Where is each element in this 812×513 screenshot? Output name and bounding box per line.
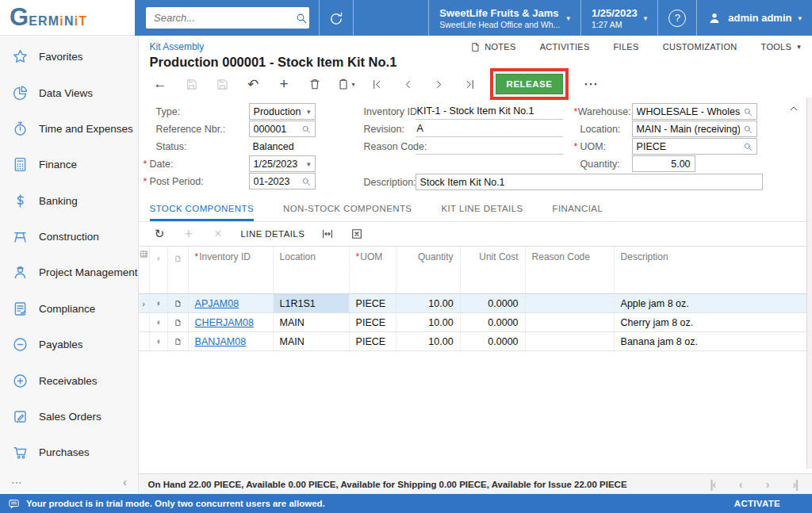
activities-button[interactable]: ACTIVITIES xyxy=(540,42,590,52)
row-attachment-button[interactable] xyxy=(150,332,168,350)
cell-quantity[interactable]: 10.00 xyxy=(396,332,461,350)
line-details-button[interactable]: LINE DETAILS xyxy=(241,229,305,239)
column-header-unit-cost[interactable]: Unit Cost xyxy=(461,247,526,293)
column-header-reason-code[interactable]: Reason Code xyxy=(526,247,615,293)
cell-reason-code[interactable] xyxy=(526,332,615,350)
user-menu[interactable]: admin admin ▾ xyxy=(697,0,812,36)
save-button[interactable] xyxy=(207,72,238,96)
cell-location[interactable]: MAIN xyxy=(274,332,350,350)
notes-button[interactable]: NOTES xyxy=(470,42,515,52)
cell-inventory-id[interactable]: APJAM08 xyxy=(189,294,274,312)
sidebar-item-banking[interactable]: Banking xyxy=(0,183,138,219)
pager-first-button[interactable]: |‹ xyxy=(710,478,715,491)
location-lookup[interactable]: MAIN - Main (receiving) locati xyxy=(632,121,757,137)
business-date-button[interactable] xyxy=(320,0,353,36)
save-and-close-button[interactable] xyxy=(176,72,207,96)
row-attachment-button[interactable] xyxy=(150,313,168,331)
column-header-uom[interactable]: *UOM xyxy=(350,247,396,293)
inventory-id-field[interactable]: KIT-1 - Stock Item Kit No.1 xyxy=(416,103,563,120)
cell-reason-code[interactable] xyxy=(526,294,615,312)
inventory-id-link[interactable]: BANJAM08 xyxy=(195,336,247,347)
uom-lookup[interactable]: PIECE xyxy=(632,138,757,155)
help-button[interactable]: ? xyxy=(658,0,696,36)
add-record-button[interactable]: + xyxy=(269,72,300,96)
type-select[interactable]: Production ▾ xyxy=(249,103,316,120)
reference-nbr-lookup[interactable]: 000001 xyxy=(249,121,316,137)
grid-add-row-button[interactable]: + xyxy=(174,224,204,244)
row-attachment-button[interactable] xyxy=(150,294,168,312)
cancel-back-button[interactable]: ← xyxy=(145,72,176,96)
previous-record-button[interactable] xyxy=(393,72,423,96)
cell-uom[interactable]: PIECE xyxy=(350,294,396,312)
row-note-button[interactable] xyxy=(168,294,189,312)
tools-button[interactable]: TOOLS ▾ xyxy=(761,42,801,52)
sidebar-more-button[interactable]: ⋯ xyxy=(11,476,22,488)
table-row[interactable]: BANJAM08 MAIN PIECE 10.00 0.0000 Banana … xyxy=(139,332,812,351)
cell-inventory-id[interactable]: CHERJAM08 xyxy=(189,313,274,331)
column-header-inventory-id[interactable]: *Inventory ID xyxy=(189,247,274,293)
column-header-description[interactable]: Description xyxy=(615,247,812,293)
quantity-field[interactable]: 5.00 xyxy=(632,155,695,172)
sidebar-item-sales-orders[interactable]: Sales Orders xyxy=(0,399,138,435)
collapse-summary-button[interactable] xyxy=(788,103,799,114)
description-field[interactable]: Stock Item Kit No.1 xyxy=(416,174,763,190)
cell-description[interactable]: Cherry jam 8 oz. xyxy=(615,313,812,331)
reason-code-field[interactable] xyxy=(416,138,563,155)
sidebar-item-payables[interactable]: Payables xyxy=(0,327,138,362)
notes-column-header[interactable] xyxy=(168,247,189,293)
cell-location[interactable]: L1R1S1 xyxy=(274,294,350,312)
row-note-button[interactable] xyxy=(168,313,189,331)
tab-financial[interactable]: FINANCIAL xyxy=(553,198,603,221)
sidebar-item-data-views[interactable]: Data Views xyxy=(0,75,138,110)
vertical-scrollbar[interactable] xyxy=(806,98,812,469)
files-button[interactable]: FILES xyxy=(614,42,639,52)
search-icon[interactable] xyxy=(295,12,308,25)
tab-kit-line-details[interactable]: KIT LINE DETAILS xyxy=(441,198,523,221)
date-selector[interactable]: 1/25/2023 1:27 AM ▾ xyxy=(581,0,657,36)
cell-unit-cost[interactable]: 0.0000 xyxy=(461,332,526,350)
sidebar-item-compliance[interactable]: Compliance xyxy=(0,291,138,327)
sidebar-item-project-management[interactable]: Project Management xyxy=(0,255,138,290)
sidebar-item-purchases[interactable]: Purchases xyxy=(0,435,138,470)
date-picker[interactable]: 1/25/2023 ▾ xyxy=(249,155,316,172)
column-header-location[interactable]: Location xyxy=(274,247,350,293)
inventory-id-link[interactable]: CHERJAM08 xyxy=(195,317,254,328)
pager-last-button[interactable]: ›| xyxy=(792,478,798,491)
post-period-lookup[interactable]: 01-2023 xyxy=(249,173,316,190)
attachments-column-header[interactable] xyxy=(150,247,168,293)
column-header-quantity[interactable]: Quantity xyxy=(396,247,461,293)
cell-location[interactable]: MAIN xyxy=(274,313,350,331)
cell-quantity[interactable]: 10.00 xyxy=(396,313,461,331)
delete-record-button[interactable] xyxy=(300,72,331,96)
grid-refresh-button[interactable]: ↻ xyxy=(145,224,174,244)
warehouse-lookup[interactable]: WHOLESALE - Wholesale Wa xyxy=(632,103,757,120)
breadcrumb[interactable]: Kit Assembly xyxy=(150,41,205,52)
sidebar-item-finance[interactable]: Finance xyxy=(0,147,138,182)
toolbar-more-button[interactable]: ⋯ xyxy=(575,72,606,96)
tab-non-stock-components[interactable]: NON-STOCK COMPONENTS xyxy=(283,198,412,221)
cell-description[interactable]: Banana jam 8 oz. xyxy=(615,332,812,350)
cell-reason-code[interactable] xyxy=(526,313,615,331)
table-row[interactable]: CHERJAM08 MAIN PIECE 10.00 0.0000 Cherry… xyxy=(139,313,812,332)
export-to-excel-button[interactable] xyxy=(342,224,371,244)
grid-settings-header[interactable] xyxy=(139,247,150,293)
revision-field[interactable]: A xyxy=(416,121,563,137)
cell-uom[interactable]: PIECE xyxy=(350,313,396,331)
activate-button[interactable]: ACTIVATE xyxy=(734,499,780,508)
fit-width-button[interactable] xyxy=(312,224,342,244)
last-record-button[interactable] xyxy=(454,72,485,96)
release-button[interactable]: RELEASE xyxy=(496,74,564,94)
sidebar-collapse-button[interactable]: ‹ xyxy=(123,476,127,488)
sidebar-item-receivables[interactable]: Receivables xyxy=(0,362,138,398)
sidebar-item-construction[interactable]: Construction xyxy=(0,219,138,255)
germinit-logo[interactable]: GERMiNiT xyxy=(10,7,87,29)
pager-next-button[interactable]: › xyxy=(766,478,769,491)
sidebar-item-time-and-expenses[interactable]: Time and Expenses xyxy=(0,111,138,147)
sidebar-item-favorites[interactable]: Favorites xyxy=(0,39,138,75)
cell-quantity[interactable]: 10.00 xyxy=(396,294,461,312)
first-record-button[interactable] xyxy=(362,72,393,96)
customization-button[interactable]: CUSTOMIZATION xyxy=(663,42,737,52)
copy-paste-button[interactable]: ▾ xyxy=(331,72,362,96)
grid-delete-row-button[interactable]: × xyxy=(204,224,233,244)
next-record-button[interactable] xyxy=(423,72,454,96)
